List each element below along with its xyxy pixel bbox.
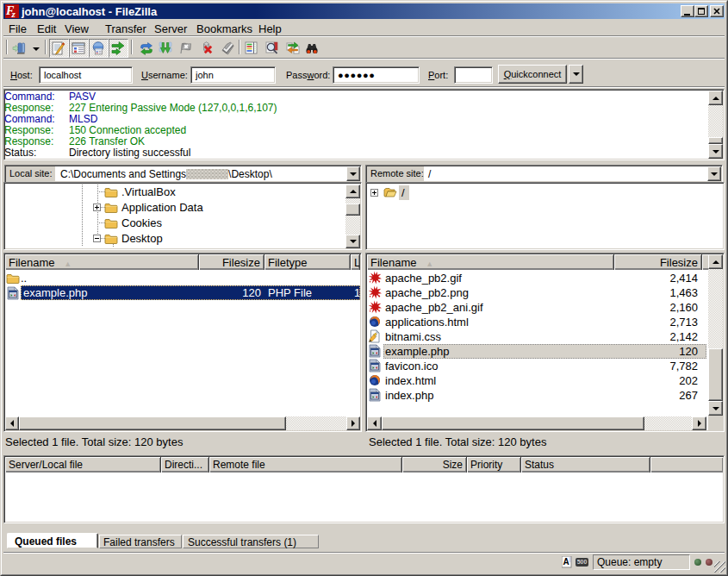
svg-text:z: z (11, 9, 16, 19)
svg-text:A: A (563, 557, 569, 567)
